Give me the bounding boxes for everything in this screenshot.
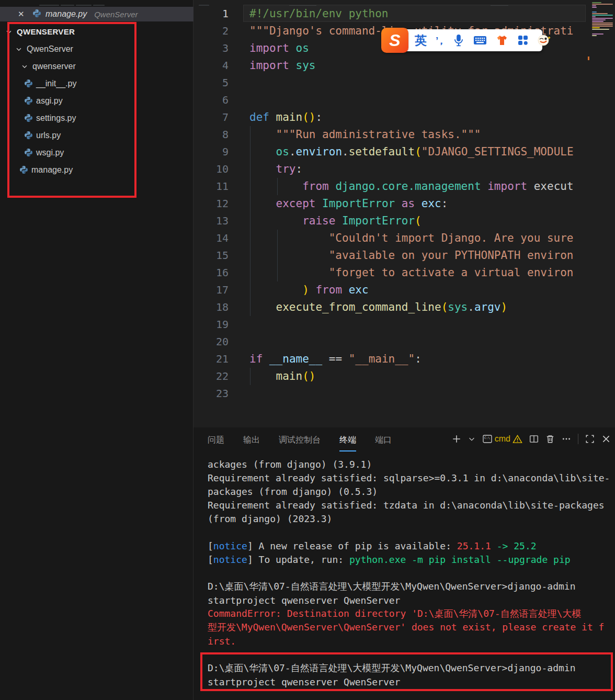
microphone-icon[interactable]: [453, 34, 464, 47]
line-number: 12: [193, 197, 229, 210]
line-number: 18: [193, 301, 229, 313]
tree-item-settings-py[interactable]: settings.py: [0, 109, 193, 127]
python-file-icon: [24, 131, 33, 140]
line-number: 22: [193, 370, 229, 382]
code-line: 13 raise ImportError(: [193, 212, 590, 229]
terminal-line: [notice] A new release of pip is availab…: [208, 539, 615, 552]
close-icon[interactable]: ✕: [18, 9, 27, 19]
code-text: import os: [249, 42, 309, 54]
python-file-icon: [32, 9, 41, 20]
line-number: 10: [193, 163, 229, 175]
code-text: ) from exc: [249, 284, 369, 296]
indent-guide: [250, 368, 250, 385]
code-text: execute_from_command_line(sys.argv): [249, 301, 507, 313]
line-number: 1: [193, 7, 229, 20]
code-text: "Couldn't import Django. Are you sure: [249, 232, 574, 244]
code-lines: 1#!/usr/bin/env python2"""Django's comma…: [193, 5, 590, 402]
line-number: 17: [193, 284, 229, 296]
punctuation-toggle[interactable]: ’，: [436, 36, 444, 46]
open-editor-item[interactable]: ✕ manage.py QwenServer: [0, 7, 193, 21]
tree-item-asgi-py[interactable]: asgi.py: [0, 92, 193, 109]
terminal-line: packages (from django) (0.5.3): [208, 484, 615, 498]
panel-tab-端口[interactable]: 端口: [375, 435, 392, 451]
tree-item-label: wsgi.py: [36, 148, 64, 157]
code-line: 9 os.environ.setdefault("DJANGO_SETTINGS…: [193, 143, 590, 160]
code-text: #!/usr/bin/env python: [249, 7, 389, 20]
tree-item-manage-py[interactable]: manage.py: [0, 161, 193, 178]
code-line: 1#!/usr/bin/env python: [193, 5, 590, 22]
separator: [578, 434, 578, 444]
more-actions-icon[interactable]: [562, 434, 571, 444]
code-line: 4import sys: [193, 57, 590, 74]
code-text: raise ImportError(: [249, 214, 422, 227]
terminal-line: 型开发\MyQwen\QwenServer\QwenServer' does n…: [208, 620, 615, 634]
terminal-line: [208, 566, 615, 580]
code-editor[interactable]: 1#!/usr/bin/env python2"""Django's comma…: [193, 0, 590, 427]
new-terminal-button[interactable]: [452, 434, 461, 444]
code-line: 23: [193, 385, 590, 402]
minimap[interactable]: [590, 0, 615, 427]
tree-item-qwenserver[interactable]: QWENSERVER: [0, 23, 193, 40]
code-line: 18 execute_from_command_line(sys.argv): [193, 298, 590, 315]
language-mode-toggle[interactable]: 英: [415, 35, 427, 47]
line-number: 6: [193, 94, 229, 106]
terminal-cmd-item[interactable]: C:\ cmd: [482, 434, 522, 444]
sogou-input-toolbar[interactable]: S 英 ’，: [384, 29, 542, 51]
keyboard-icon[interactable]: [473, 35, 487, 46]
tree-item-urls-py[interactable]: urls.py: [0, 127, 193, 144]
python-file-icon: [24, 148, 33, 157]
terminal-line: startproject qwenserver QwenServer: [208, 593, 615, 607]
line-number: 8: [193, 128, 229, 141]
line-number: 9: [193, 145, 229, 158]
code-line: 6: [193, 91, 590, 108]
tree-item-label: asgi.py: [36, 96, 63, 106]
emoji-icon[interactable]: [538, 34, 551, 47]
tree-item-label: QWENSERVER: [17, 27, 75, 36]
chevron-down-icon: [20, 62, 29, 71]
code-line: 14 "Couldn't import Django. Are you sure: [193, 229, 590, 246]
code-text: except ImportError as exc:: [249, 197, 448, 210]
code-line: 22 main(): [193, 367, 590, 385]
minimap-marker: [588, 57, 589, 60]
split-terminal-icon[interactable]: [529, 434, 539, 444]
toolbox-icon[interactable]: [517, 35, 529, 46]
sogou-logo[interactable]: S: [381, 28, 408, 53]
code-line: 12 except ImportError as exc:: [193, 195, 590, 212]
line-number: 13: [193, 214, 229, 227]
close-panel-icon[interactable]: [601, 434, 611, 444]
clipped-section-header: [39, 0, 106, 6]
panel-tab-终端[interactable]: 终端: [339, 435, 356, 451]
open-editor-filename: manage.py: [45, 9, 87, 19]
terminal-line: irst.: [208, 634, 615, 648]
line-number: 23: [193, 387, 229, 400]
svg-text:C:\: C:\: [484, 436, 490, 439]
terminal-line: Requirement already satisfied: tzdata in…: [208, 498, 615, 512]
terminal-output[interactable]: ackages (from django) (3.9.1)Requirement…: [208, 457, 615, 688]
panel-tab-输出[interactable]: 输出: [243, 435, 260, 451]
line-number: 15: [193, 249, 229, 262]
maximize-panel-icon[interactable]: [585, 434, 595, 444]
line-number: 20: [193, 335, 229, 348]
panel-tab-调试控制台[interactable]: 调试控制台: [279, 435, 321, 451]
open-editor-detail: QwenServer: [94, 10, 138, 19]
panel-tab-问题[interactable]: 问题: [208, 435, 224, 451]
skin-icon[interactable]: [496, 35, 508, 46]
terminal-line: startproject qwenserver QwenServer: [208, 675, 615, 688]
terminal-name: cmd: [495, 434, 510, 444]
terminal-line: [notice] To update, run: python.exe -m p…: [208, 552, 615, 566]
warning-icon: [512, 434, 522, 444]
terminal-line: [208, 648, 615, 661]
code-line: 20: [193, 333, 590, 350]
code-line: 17 ) from exc: [193, 281, 590, 298]
code-text: "available on your PYTHONPATH environ: [249, 249, 574, 262]
python-file-icon: [24, 79, 33, 88]
tree-item---init---py[interactable]: __init__.py: [0, 75, 193, 92]
tree-item-wsgi-py[interactable]: wsgi.py: [0, 144, 193, 161]
code-text: """Run administrative tasks.""": [249, 128, 481, 141]
explorer-sidebar: ✕ manage.py QwenServer QWENSERVERQwenSer…: [0, 0, 193, 700]
code-text: try:: [249, 163, 302, 175]
tree-item-qwenserver[interactable]: qwenserver: [0, 58, 193, 75]
trash-icon[interactable]: [545, 434, 555, 444]
tree-item-qwenserver[interactable]: QwenServer: [0, 40, 193, 58]
chevron-down-icon[interactable]: [468, 435, 475, 443]
